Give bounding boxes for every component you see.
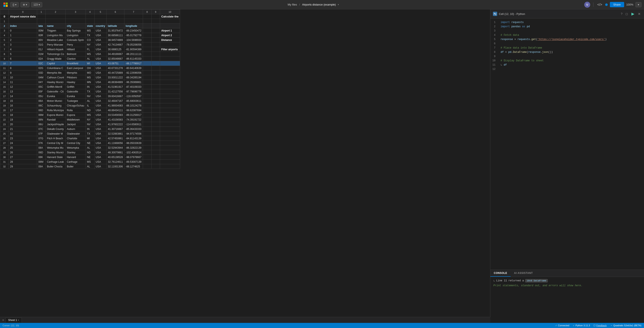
cell[interactable]: 01G — [37, 42, 46, 47]
cell[interactable] — [106, 14, 124, 19]
cell[interactable]: Hilliard — [66, 47, 86, 52]
cell[interactable]: -96.35089861 — [124, 80, 143, 85]
cell[interactable] — [124, 14, 143, 19]
cell[interactable] — [151, 85, 160, 89]
stop-button[interactable]: ◻ — [624, 12, 629, 16]
table-row[interactable]: 141104YHawley MuniciHawleyMNUSA46.883848… — [0, 80, 180, 85]
cell[interactable]: Rolla Municipa — [46, 108, 65, 113]
cell[interactable]: Carthage — [66, 160, 86, 164]
add-sheet-button[interactable]: + — [1, 318, 5, 323]
cell[interactable] — [143, 136, 151, 141]
cell[interactable]: 00R — [37, 33, 46, 38]
cell[interactable]: Memphis — [66, 70, 86, 75]
cell[interactable]: USA — [94, 150, 106, 155]
cell[interactable] — [143, 19, 151, 24]
cell[interactable]: Thigpen — [46, 28, 65, 33]
cell[interactable]: 4 — [9, 47, 37, 52]
cell[interactable]: -89.34285194 — [124, 75, 143, 80]
cell[interactable]: USA — [94, 131, 106, 136]
cell[interactable]: NE — [86, 155, 94, 160]
cell[interactable]: MS — [86, 28, 94, 33]
cell[interactable]: Perry — [66, 42, 86, 47]
cell[interactable]: index — [9, 24, 37, 28]
col-header-5[interactable]: 5 — [94, 9, 106, 14]
cell[interactable]: USA — [94, 85, 106, 89]
cell[interactable]: 06D — [37, 108, 46, 113]
cell[interactable] — [151, 160, 160, 164]
breadcrumb-chevron[interactable]: ▾ — [338, 3, 339, 6]
cell[interactable]: NV — [86, 122, 94, 127]
cell[interactable]: -97.79696778 — [124, 89, 143, 94]
cell[interactable] — [151, 14, 160, 19]
cell[interactable]: USA — [94, 80, 106, 85]
code-area[interactable]: 1import requests2import pandas as pd34# … — [490, 18, 644, 270]
cell[interactable]: 33.93011222 — [106, 75, 124, 80]
cell[interactable]: 12 — [9, 85, 37, 89]
cell[interactable] — [151, 33, 160, 38]
cell[interactable]: Pittsboro — [66, 75, 86, 80]
table-row[interactable]: 262307GFitch H BeachCharlotteMIUSA42.574… — [0, 136, 180, 141]
cell[interactable] — [124, 19, 143, 24]
cell[interactable]: 07G — [37, 136, 46, 141]
cell[interactable]: -81.90594389 — [124, 47, 143, 52]
cell[interactable] — [151, 136, 160, 141]
cell[interactable]: Stanley Munici — [46, 150, 65, 155]
cell[interactable] — [46, 19, 65, 24]
table-row[interactable]: 302708KHarvard StateHarvardNEUSA40.65138… — [0, 155, 180, 160]
cell[interactable]: 22 — [9, 131, 37, 136]
cell[interactable] — [151, 108, 160, 113]
table-row[interactable]: 9602AGragg-WadeClantonALUSA32.85048667-8… — [0, 56, 180, 61]
table-row[interactable]: 211806MEupora MuniciEuporaMSUSA33.534565… — [0, 113, 180, 117]
cell[interactable] — [160, 131, 180, 136]
spreadsheet[interactable]: 0 1 2 3 4 5 6 7 8 9 10 0Airport source d… — [0, 9, 490, 317]
cell[interactable]: 43.08751 — [106, 61, 124, 66]
cell[interactable]: -85.68003611 — [124, 99, 143, 103]
cell[interactable]: 01J — [37, 47, 46, 52]
table-row[interactable]: 131004MCalhoun CountPittsboroMSUSA33.930… — [0, 75, 180, 80]
col-header-3[interactable]: 3 — [66, 9, 86, 14]
cell[interactable] — [160, 75, 180, 80]
cell[interactable] — [143, 117, 151, 122]
cell[interactable]: 41.43156583 — [106, 117, 124, 122]
cell[interactable]: Calculate the — [160, 14, 180, 19]
cell[interactable]: USA — [94, 108, 106, 113]
cell[interactable]: 25 — [9, 146, 37, 150]
cell[interactable]: Auburn — [66, 127, 86, 131]
cell[interactable]: Chicago/Schau — [66, 103, 86, 108]
col-header-1[interactable]: 1 — [37, 9, 46, 14]
cell[interactable]: Calhoun Count — [46, 75, 65, 80]
cell[interactable] — [143, 127, 151, 131]
cell[interactable] — [160, 24, 180, 28]
table-row[interactable]: 322909AButler ChoctaButlerALUSA32.119313… — [0, 164, 180, 169]
cell[interactable]: Central City M — [46, 141, 65, 146]
cell[interactable]: TX — [86, 89, 94, 94]
col-header-2[interactable]: 2 — [46, 9, 65, 14]
table-row[interactable]: 6301GPerry-WarsawPerryNYUSA42.74134667-7… — [0, 42, 180, 47]
cell[interactable]: NY — [86, 42, 94, 47]
cell[interactable] — [160, 113, 180, 117]
cell[interactable] — [151, 99, 160, 103]
cell[interactable]: 23 — [9, 136, 37, 141]
cell[interactable]: 30.6880125 — [106, 47, 124, 52]
cell[interactable]: 18 — [9, 113, 37, 117]
cell[interactable]: Eupora — [66, 113, 86, 117]
cell[interactable]: TX — [86, 33, 94, 38]
table-row[interactable]: 312808MCarthage-LeakCarthageMSUSA32.7612… — [0, 160, 180, 164]
cell[interactable] — [143, 164, 151, 169]
table-row[interactable]: 4100RLivingston MuLivingstonTXUSA30.6858… — [0, 33, 180, 38]
cell[interactable]: Middletown — [66, 117, 86, 122]
cell[interactable]: 32.85048667 — [106, 56, 124, 61]
cell[interactable]: NV — [86, 94, 94, 99]
cell[interactable]: 00M — [37, 28, 46, 33]
cell[interactable] — [160, 108, 180, 113]
cell[interactable]: USA — [94, 38, 106, 42]
cell[interactable]: Hawley Munici — [46, 80, 65, 85]
cell[interactable]: Meadow Lake — [46, 38, 65, 42]
cell[interactable] — [151, 164, 160, 169]
cell[interactable] — [151, 103, 160, 108]
cell[interactable]: 06C — [37, 103, 46, 108]
cell[interactable]: Dekalb County — [46, 127, 65, 131]
cell[interactable]: 32.76124611 — [106, 160, 124, 164]
cell[interactable]: Memphis Me — [46, 70, 65, 75]
cell[interactable]: ND — [86, 150, 94, 155]
